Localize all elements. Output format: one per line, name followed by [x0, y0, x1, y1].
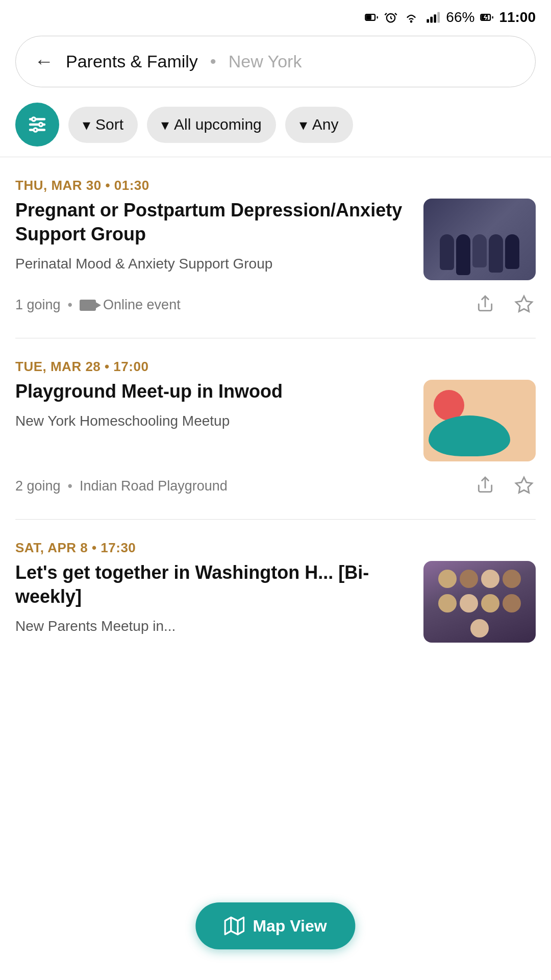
event-content: Pregnant or Postpartum Depression/Anxiet…	[15, 199, 536, 280]
selfie-person	[503, 594, 521, 612]
save-button[interactable]	[512, 474, 536, 499]
event-thumbnail	[423, 380, 536, 461]
svg-marker-19	[516, 477, 532, 493]
event-location: Indian Road Playground	[80, 478, 228, 494]
event-footer: 2 going • Indian Road Playground	[15, 474, 536, 499]
going-count: 2 going	[15, 478, 61, 494]
any-chevron-icon: ▾	[299, 116, 307, 134]
star-icon	[514, 295, 534, 314]
svg-rect-1	[366, 15, 372, 19]
upcoming-chevron-icon: ▾	[161, 116, 169, 134]
thumb-person	[489, 234, 503, 273]
share-icon	[475, 295, 495, 314]
event-actions	[473, 292, 536, 317]
thumb-person	[440, 234, 454, 270]
selfie-person	[438, 594, 457, 612]
event-meta: 1 going • Online event	[15, 297, 181, 313]
event-date: THU, MAR 30 • 01:30	[15, 178, 536, 193]
battery-status-icon	[364, 10, 379, 24]
event-list: THU, MAR 30 • 01:30 Pregnant or Postpart…	[0, 157, 551, 663]
map-icon	[224, 916, 244, 936]
thumb-people-group	[440, 234, 519, 280]
event-thumbnail	[423, 561, 536, 643]
signal-icon	[424, 10, 441, 24]
svg-rect-5	[431, 17, 433, 23]
selfie-person	[460, 594, 478, 612]
any-pill[interactable]: ▾ Any	[285, 107, 353, 143]
thumb-person	[505, 234, 519, 269]
event-thumbnail	[423, 199, 536, 280]
selfie-person	[481, 594, 499, 612]
svg-rect-4	[427, 19, 430, 23]
wifi-icon	[403, 10, 419, 24]
event-info: Let's get together in Washington H... [B…	[15, 561, 413, 636]
status-bar: 66% 11:00	[0, 0, 551, 31]
search-separator: •	[210, 52, 216, 71]
status-icons: 66% 11:00	[364, 9, 536, 26]
map-view-label: Map View	[253, 917, 327, 936]
any-label: Any	[312, 116, 339, 133]
selfie-person	[460, 570, 478, 588]
time-display: 11:00	[499, 9, 536, 26]
filter-bar: ▾ Sort ▾ All upcoming ▾ Any	[0, 97, 551, 157]
event-date: SAT, APR 8 • 17:30	[15, 540, 536, 556]
event-image	[423, 380, 536, 461]
event-info: Playground Meet-up in Inwood New York Ho…	[15, 380, 413, 431]
event-title: Pregnant or Postpartum Depression/Anxiet…	[15, 199, 413, 247]
share-button[interactable]	[473, 474, 497, 499]
svg-rect-6	[434, 14, 437, 22]
event-image	[423, 561, 536, 643]
sort-chevron-icon: ▾	[83, 116, 90, 134]
event-organizer: New Parents Meetup in...	[15, 616, 413, 636]
selfie-person	[470, 619, 489, 638]
sliders-icon	[27, 114, 48, 135]
selfie-person	[481, 570, 499, 588]
svg-point-3	[411, 21, 412, 22]
charging-icon	[480, 10, 494, 24]
event-content: Let's get together in Washington H... [B…	[15, 561, 536, 643]
event-location: Online event	[103, 297, 181, 313]
going-count: 1 going	[15, 297, 61, 313]
alarm-icon	[384, 10, 398, 24]
abstract-blob	[429, 415, 510, 456]
meta-separator: •	[68, 297, 72, 313]
filter-icon-button[interactable]	[15, 103, 59, 146]
event-content: Playground Meet-up in Inwood New York Ho…	[15, 380, 536, 461]
search-bar[interactable]: ← Parents & Family • New York	[15, 36, 536, 87]
sort-pill[interactable]: ▾ Sort	[68, 107, 138, 143]
share-icon	[475, 476, 495, 495]
meta-separator: •	[68, 478, 72, 494]
all-upcoming-pill[interactable]: ▾ All upcoming	[147, 107, 276, 143]
svg-marker-20	[225, 917, 244, 934]
battery-percentage: 66%	[446, 9, 474, 26]
search-category: Parents & Family	[66, 52, 198, 71]
sort-label: Sort	[95, 116, 123, 133]
event-title: Let's get together in Washington H... [B…	[15, 561, 413, 609]
map-view-button[interactable]: Map View	[195, 902, 355, 949]
star-icon	[514, 476, 534, 495]
event-organizer: Perinatal Mood & Anxiety Support Group	[15, 254, 413, 274]
event-item[interactable]: TUE, MAR 28 • 17:00 Playground Meet-up i…	[15, 338, 536, 520]
event-info: Pregnant or Postpartum Depression/Anxiet…	[15, 199, 413, 274]
svg-marker-17	[516, 296, 532, 311]
share-button[interactable]	[473, 292, 497, 317]
svg-point-15	[34, 128, 37, 132]
event-title: Playground Meet-up in Inwood	[15, 380, 413, 404]
event-actions	[473, 474, 536, 499]
thumb-person	[456, 234, 470, 275]
event-date: TUE, MAR 28 • 17:00	[15, 359, 536, 375]
event-item[interactable]: THU, MAR 30 • 01:30 Pregnant or Postpart…	[15, 157, 536, 338]
event-organizer: New York Homeschooling Meetup	[15, 411, 413, 431]
svg-rect-7	[438, 12, 440, 23]
back-button[interactable]: ←	[34, 51, 54, 72]
video-camera-icon	[80, 300, 96, 311]
thumb-person	[472, 234, 487, 267]
event-meta: 2 going • Indian Road Playground	[15, 478, 228, 494]
event-image	[423, 199, 536, 280]
svg-point-13	[32, 117, 36, 121]
all-upcoming-label: All upcoming	[174, 116, 262, 133]
event-footer: 1 going • Online event	[15, 292, 536, 317]
selfie-person	[503, 570, 521, 588]
save-button[interactable]	[512, 292, 536, 317]
event-item[interactable]: SAT, APR 8 • 17:30 Let's get together in…	[15, 520, 536, 663]
